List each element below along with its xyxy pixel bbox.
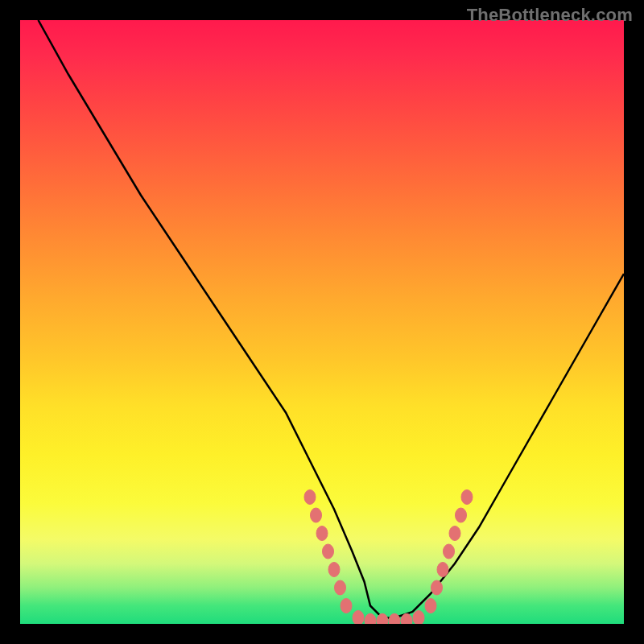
- highlight-dot: [413, 611, 424, 625]
- highlight-dot: [328, 563, 340, 577]
- watermark-text: TheBottleneck.com: [467, 5, 633, 26]
- curve-svg: [20, 20, 624, 624]
- highlight-dot-group: [304, 490, 473, 625]
- highlight-dot: [461, 490, 473, 505]
- chart-frame: TheBottleneck.com: [0, 0, 644, 644]
- highlight-dot: [304, 490, 316, 505]
- highlight-dot: [444, 544, 455, 559]
- highlight-dot: [437, 563, 448, 577]
- highlight-dot: [431, 580, 443, 595]
- bottleneck-curve: [39, 20, 625, 618]
- highlight-dot: [377, 613, 388, 624]
- plot-area: [20, 20, 624, 624]
- highlight-dot: [353, 611, 364, 625]
- highlight-dot: [449, 526, 460, 541]
- highlight-dot: [323, 544, 334, 559]
- highlight-dot: [401, 613, 412, 624]
- highlight-dot: [365, 613, 376, 624]
- highlight-dot: [335, 580, 346, 595]
- highlight-dot: [425, 599, 436, 613]
- highlight-dot: [316, 526, 328, 541]
- highlight-dot: [456, 508, 467, 522]
- highlight-dot: [341, 599, 352, 613]
- highlight-dot: [389, 613, 400, 624]
- highlight-dot: [311, 508, 322, 522]
